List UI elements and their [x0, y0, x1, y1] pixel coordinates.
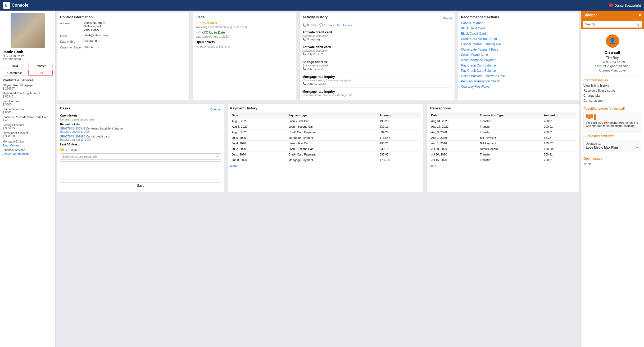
payment-cell: 1734.42 [378, 135, 421, 141]
note-type-select[interactable]: Select note type (required) [60, 153, 221, 160]
phone-icon: 📞 [302, 97, 306, 97]
activity-item: Mortgage rate inquiry Chat transferred t… [302, 88, 452, 97]
activity-item-title: Mortgage rate inquiry [302, 90, 452, 94]
tab-emails[interactable]: ✉ 0 Emails [337, 23, 352, 27]
customer-oncall-status: On call 00:02:12 [3, 55, 53, 58]
transfer-button[interactable]: Transfer [28, 63, 53, 69]
product-item: Platinum Rewards Visa Credit Card$ 40 [3, 115, 53, 122]
tab-calls[interactable]: 📞 8 Calls [302, 23, 316, 27]
payment-cell: 193.23 [378, 118, 421, 124]
since-row: Customer Since 09/05/2010 [60, 45, 187, 49]
flags-panel: Flags ⚠ Travel Alert Traveling internati… [193, 12, 296, 100]
end-button[interactable]: End [28, 70, 53, 76]
travel-alert-item: ⚠ Travel Alert Traveling internationally… [196, 21, 293, 29]
sidebar-close-button[interactable]: × [639, 13, 641, 17]
case-id[interactable]: SR0379434399990 [60, 135, 85, 138]
payment-cell: Loan - Second Car [287, 146, 378, 152]
sidebar-issue-item[interactable]: View billing history [583, 84, 641, 87]
sidebar-issue-item[interactable]: Change plan [583, 94, 641, 97]
activity-item-date: 📞July 29, 2020 [302, 52, 452, 56]
sidebar-search-input[interactable] [583, 21, 642, 28]
case-id[interactable]: SR0379434830343 [60, 127, 85, 130]
activity-item-sub: Automatic activation [302, 34, 452, 37]
sidebar-issue-item[interactable]: Resolve billing dispute [583, 89, 641, 92]
activity-item: Change address Customer relocated 📞July … [302, 58, 452, 73]
bar1 [586, 114, 588, 118]
case-row: SR0379434830343 Contested fraudulent cha… [60, 127, 221, 133]
product-item: Investment Account$ 300000 [3, 131, 53, 138]
activity-item-date: 📞July 17, 2020 [302, 67, 452, 70]
case-desc: Contested fraudulent charge [86, 127, 123, 130]
recommended-title: Recommended Actions [461, 15, 576, 19]
tab-chats[interactable]: 💬 1 Chats [319, 23, 334, 27]
kyc-icon: ≡✓ [196, 31, 200, 34]
activity-item: Activate credit card Automatic activatio… [302, 28, 452, 43]
payment-table: DatePayment typeAmount Aug 9, 2020Loan -… [230, 112, 421, 163]
product-name: Savings Account [3, 123, 53, 127]
address-row: Address 10900 NE 8th St Bellevue, WA 980… [60, 21, 187, 32]
rec-action-link[interactable]: Make Mortgage Payment [461, 58, 576, 62]
open-all-link[interactable]: Open all [210, 108, 221, 111]
activity-item: Mortgage rate inquiry Customer looking f… [302, 73, 452, 88]
trans-cell: Transfer [478, 157, 542, 163]
rec-action-link[interactable]: Online Banking Password Reset [461, 74, 576, 78]
payment-col-header: Date [230, 112, 287, 118]
rec-action-link[interactable]: Waive Late Payment Fees [461, 48, 576, 51]
trans-cell: Aug 1, 2020 [429, 135, 478, 141]
kyc-desc: Last updated Aug 1, 2020 [196, 35, 293, 38]
trans-row: Aug 17, 2020Transfer200.91 [429, 124, 576, 130]
customer-photo [11, 13, 45, 48]
rec-action-link[interactable]: Create Fraud Case [461, 53, 576, 57]
open-issues-value: None [583, 162, 641, 166]
rec-action-link[interactable]: Courtesy Fee Waiver [461, 85, 576, 88]
save-button[interactable]: Save [60, 182, 221, 189]
kyc-item: ≡✓ KYC Up to Date Last updated Aug 1, 20… [196, 31, 293, 38]
financial-advisor-link[interactable]: Venky Subramanian [3, 152, 29, 155]
next-step-plan: Love Medio Max Plan → [586, 145, 639, 150]
payment-cell: 193.21 [378, 141, 421, 146]
rec-action-link[interactable]: Pay Credit Card Balance [461, 64, 576, 67]
hold-button[interactable]: Hold [3, 63, 27, 69]
activity-item-title: Mortgage rate inquiry [302, 75, 452, 79]
conference-button[interactable]: Conference [3, 70, 27, 76]
rec-action-link[interactable]: Block Credit Card [461, 32, 576, 35]
payment-table-body: Aug 9, 2020Loan - First Car193.23Aug 5, … [230, 118, 421, 163]
travel-alert-label[interactable]: Travel Alert [200, 21, 217, 25]
mortgage-broker-link[interactable]: Evan Cohen [3, 144, 19, 147]
rec-action-link[interactable]: Cancel Payment [461, 21, 576, 25]
trans-col-header: Amount [542, 112, 576, 118]
rec-action-link[interactable]: Cancel Internet Banking Txn [461, 42, 576, 46]
email-row: Email jshah@uitelco.com [60, 34, 187, 37]
activity-item-sub: Automatic activation [302, 49, 452, 52]
avatar: 👤 [606, 34, 619, 48]
payment-more-link[interactable]: More [230, 164, 237, 167]
payment-row: Jul 2, 2020Loan - Second Car230.15 [230, 146, 421, 152]
payment-cell: Loan - Second Car [287, 124, 378, 130]
financial-advisor-label: Financial Advisor [3, 148, 53, 152]
payment-cell: Jun 8, 2020 [230, 157, 287, 163]
kyc-label[interactable]: KYC Up to Date [201, 31, 225, 34]
payment-title: Payment History [230, 106, 421, 110]
product-value: $ 8000 [3, 111, 53, 114]
products-section-title: Products & Services [3, 78, 53, 82]
sidebar-issue-item[interactable]: Cancel account [583, 99, 641, 103]
trans-cell: Jul 20, 2020 [429, 152, 478, 157]
next-step-box[interactable]: Upgrade to: Love Medio Max Plan → [583, 140, 641, 152]
rec-action-link[interactable]: Credit Card Account Hold [461, 37, 576, 41]
trans-cell: 200.91 [542, 130, 576, 135]
payment-cell: Jul 4, 2020 [230, 141, 287, 146]
reason-box: Tim's bill was 10% higher this month. He… [583, 112, 641, 130]
transactions-more-link[interactable]: More [429, 164, 436, 167]
rec-action-link[interactable]: Pending Transaction Check [461, 79, 576, 83]
activity-title: Activity History [302, 15, 328, 19]
see-all-link[interactable]: See all [443, 17, 452, 20]
next-plan-name: Love Medio Max Plan [586, 146, 618, 149]
flags-title: Flags [196, 15, 293, 19]
transactions-table: DateTransaction TypeAmount Aug 31, 2020T… [429, 112, 576, 163]
note-textarea[interactable] [60, 161, 221, 180]
case-date: Resolved on Jun 13, 2020 [60, 138, 221, 141]
trans-cell: Transfer [478, 124, 542, 130]
rec-action-link[interactable]: Pay Credit Card Balance [461, 69, 576, 73]
phone-icon: 📞 [302, 37, 306, 41]
rec-action-link[interactable]: Block Debit Card [461, 26, 576, 30]
